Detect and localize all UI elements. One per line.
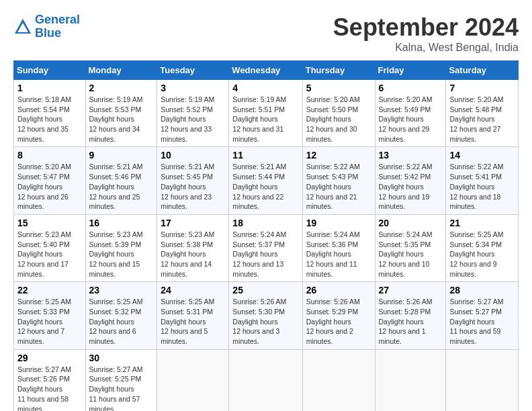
day-number: 5	[306, 83, 371, 93]
table-row	[375, 349, 446, 411]
day-number: 25	[232, 285, 298, 295]
day-number: 28	[449, 285, 515, 295]
col-sunday: Sunday	[14, 61, 86, 80]
day-number: 15	[17, 218, 82, 228]
day-number: 29	[17, 353, 82, 363]
day-info: Sunrise: 5:25 AM Sunset: 5:33 PM Dayligh…	[17, 297, 82, 346]
day-info: Sunrise: 5:19 AM Sunset: 5:52 PM Dayligh…	[161, 95, 225, 144]
table-row: 21 Sunrise: 5:25 AM Sunset: 5:34 PM Dayl…	[446, 214, 519, 281]
table-row: 8 Sunrise: 5:20 AM Sunset: 5:47 PM Dayli…	[14, 147, 86, 214]
day-info: Sunrise: 5:22 AM Sunset: 5:42 PM Dayligh…	[379, 162, 443, 211]
day-number: 11	[232, 150, 298, 161]
subtitle: Kalna, West Bengal, India	[333, 42, 519, 54]
day-info: Sunrise: 5:22 AM Sunset: 5:43 PM Dayligh…	[306, 162, 371, 211]
day-info: Sunrise: 5:24 AM Sunset: 5:36 PM Dayligh…	[306, 230, 371, 279]
day-info: Sunrise: 5:20 AM Sunset: 5:49 PM Dayligh…	[379, 95, 443, 144]
day-info: Sunrise: 5:26 AM Sunset: 5:29 PM Dayligh…	[306, 297, 371, 346]
table-row: 24 Sunrise: 5:25 AM Sunset: 5:31 PM Dayl…	[157, 282, 229, 349]
col-tuesday: Tuesday	[157, 61, 229, 80]
day-info: Sunrise: 5:25 AM Sunset: 5:32 PM Dayligh…	[89, 297, 154, 346]
day-info: Sunrise: 5:19 AM Sunset: 5:51 PM Dayligh…	[232, 95, 298, 144]
table-row: 11 Sunrise: 5:21 AM Sunset: 5:44 PM Dayl…	[229, 147, 302, 214]
day-number: 17	[161, 218, 225, 228]
table-row: 3 Sunrise: 5:19 AM Sunset: 5:52 PM Dayli…	[157, 80, 229, 147]
logo-line1: General	[35, 13, 80, 26]
col-wednesday: Wednesday	[229, 61, 302, 80]
day-number: 7	[449, 83, 515, 93]
day-number: 10	[161, 150, 225, 161]
table-row: 13 Sunrise: 5:22 AM Sunset: 5:42 PM Dayl…	[375, 147, 446, 214]
table-row: 9 Sunrise: 5:21 AM Sunset: 5:46 PM Dayli…	[85, 147, 157, 214]
day-info: Sunrise: 5:25 AM Sunset: 5:31 PM Dayligh…	[161, 297, 225, 346]
day-info: Sunrise: 5:25 AM Sunset: 5:34 PM Dayligh…	[449, 230, 515, 279]
col-monday: Monday	[85, 61, 157, 80]
day-number: 23	[89, 285, 154, 295]
day-info: Sunrise: 5:22 AM Sunset: 5:41 PM Dayligh…	[449, 162, 515, 211]
col-friday: Friday	[375, 61, 446, 80]
table-row	[302, 349, 375, 411]
calendar-header-row: Sunday Monday Tuesday Wednesday Thursday…	[14, 61, 519, 80]
day-number: 20	[379, 218, 443, 228]
logo-line2: Blue	[35, 26, 61, 40]
table-row: 28 Sunrise: 5:27 AM Sunset: 5:27 PM Dayl…	[446, 282, 519, 349]
col-thursday: Thursday	[302, 61, 375, 80]
calendar-week-row: 29 Sunrise: 5:27 AM Sunset: 5:26 PM Dayl…	[14, 349, 519, 411]
table-row: 16 Sunrise: 5:23 AM Sunset: 5:39 PM Dayl…	[85, 214, 157, 281]
day-info: Sunrise: 5:20 AM Sunset: 5:48 PM Dayligh…	[449, 95, 515, 144]
table-row: 7 Sunrise: 5:20 AM Sunset: 5:48 PM Dayli…	[446, 80, 519, 147]
day-info: Sunrise: 5:23 AM Sunset: 5:38 PM Dayligh…	[161, 230, 225, 279]
table-row: 10 Sunrise: 5:21 AM Sunset: 5:45 PM Dayl…	[157, 147, 229, 214]
table-row	[229, 349, 302, 411]
day-number: 26	[306, 285, 371, 295]
day-number: 21	[449, 218, 515, 228]
day-info: Sunrise: 5:26 AM Sunset: 5:28 PM Dayligh…	[379, 297, 443, 346]
table-row	[446, 349, 519, 411]
day-info: Sunrise: 5:18 AM Sunset: 5:54 PM Dayligh…	[17, 95, 82, 144]
day-number: 2	[89, 83, 154, 93]
day-info: Sunrise: 5:21 AM Sunset: 5:46 PM Dayligh…	[89, 162, 154, 211]
table-row: 29 Sunrise: 5:27 AM Sunset: 5:26 PM Dayl…	[14, 349, 86, 411]
day-number: 13	[379, 150, 443, 161]
day-number: 27	[379, 285, 443, 295]
table-row: 19 Sunrise: 5:24 AM Sunset: 5:36 PM Dayl…	[302, 214, 375, 281]
calendar-week-row: 8 Sunrise: 5:20 AM Sunset: 5:47 PM Dayli…	[14, 147, 519, 214]
table-row: 22 Sunrise: 5:25 AM Sunset: 5:33 PM Dayl…	[14, 282, 86, 349]
day-number: 12	[306, 150, 371, 161]
table-row: 15 Sunrise: 5:23 AM Sunset: 5:40 PM Dayl…	[14, 214, 86, 281]
table-row: 30 Sunrise: 5:27 AM Sunset: 5:25 PM Dayl…	[85, 349, 157, 411]
day-info: Sunrise: 5:21 AM Sunset: 5:44 PM Dayligh…	[232, 162, 298, 211]
table-row: 14 Sunrise: 5:22 AM Sunset: 5:41 PM Dayl…	[446, 147, 519, 214]
day-number: 9	[89, 150, 154, 161]
day-info: Sunrise: 5:24 AM Sunset: 5:37 PM Dayligh…	[232, 230, 298, 279]
day-number: 30	[89, 353, 154, 363]
table-row: 5 Sunrise: 5:20 AM Sunset: 5:50 PM Dayli…	[302, 80, 375, 147]
logo: General Blue	[13, 13, 80, 40]
day-info: Sunrise: 5:26 AM Sunset: 5:30 PM Dayligh…	[232, 297, 298, 346]
calendar-table: Sunday Monday Tuesday Wednesday Thursday…	[13, 60, 519, 411]
day-info: Sunrise: 5:20 AM Sunset: 5:47 PM Dayligh…	[17, 162, 82, 211]
table-row: 2 Sunrise: 5:19 AM Sunset: 5:53 PM Dayli…	[85, 80, 157, 147]
title-block: September 2024 Kalna, West Bengal, India	[333, 13, 519, 54]
table-row	[157, 349, 229, 411]
table-row: 20 Sunrise: 5:24 AM Sunset: 5:35 PM Dayl…	[375, 214, 446, 281]
calendar-week-row: 1 Sunrise: 5:18 AM Sunset: 5:54 PM Dayli…	[14, 80, 519, 147]
day-number: 8	[17, 150, 82, 161]
day-number: 1	[17, 83, 82, 93]
day-info: Sunrise: 5:20 AM Sunset: 5:50 PM Dayligh…	[306, 95, 371, 144]
table-row: 17 Sunrise: 5:23 AM Sunset: 5:38 PM Dayl…	[157, 214, 229, 281]
table-row: 27 Sunrise: 5:26 AM Sunset: 5:28 PM Dayl…	[375, 282, 446, 349]
day-number: 4	[232, 83, 298, 93]
table-row: 25 Sunrise: 5:26 AM Sunset: 5:30 PM Dayl…	[229, 282, 302, 349]
logo-icon	[13, 17, 32, 36]
table-row: 1 Sunrise: 5:18 AM Sunset: 5:54 PM Dayli…	[14, 80, 86, 147]
day-info: Sunrise: 5:24 AM Sunset: 5:35 PM Dayligh…	[379, 230, 443, 279]
table-row: 18 Sunrise: 5:24 AM Sunset: 5:37 PM Dayl…	[229, 214, 302, 281]
logo-text: General Blue	[35, 13, 80, 40]
day-number: 3	[161, 83, 225, 93]
table-row: 4 Sunrise: 5:19 AM Sunset: 5:51 PM Dayli…	[229, 80, 302, 147]
day-info: Sunrise: 5:19 AM Sunset: 5:53 PM Dayligh…	[89, 95, 154, 144]
day-info: Sunrise: 5:27 AM Sunset: 5:25 PM Dayligh…	[89, 365, 154, 411]
day-number: 24	[161, 285, 225, 295]
table-row: 12 Sunrise: 5:22 AM Sunset: 5:43 PM Dayl…	[302, 147, 375, 214]
col-saturday: Saturday	[446, 61, 519, 80]
